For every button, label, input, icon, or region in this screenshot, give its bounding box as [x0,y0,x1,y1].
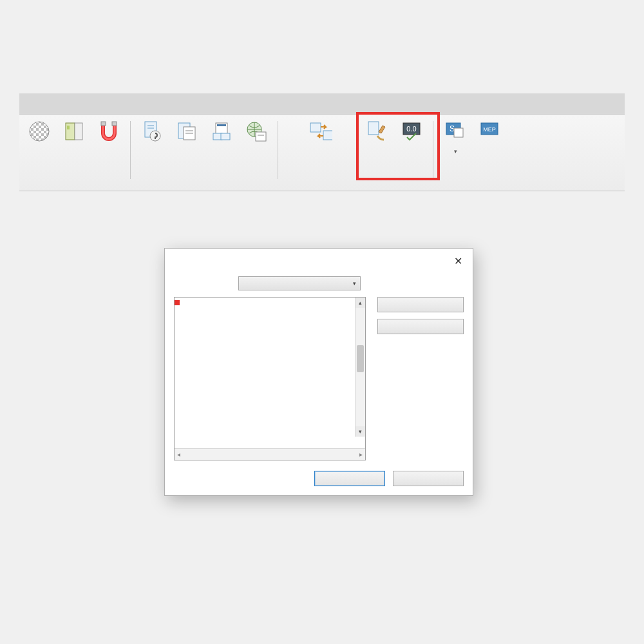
copy-from-row: ▾ [174,276,464,290]
scroll-left-icon[interactable]: ◂ [177,451,180,458]
global-params-icon [245,120,268,143]
project-parameters-button[interactable] [169,118,204,147]
structural-settings-label: ▾ [453,146,457,156]
global-parameters-button[interactable] [239,118,274,147]
svg-rect-23 [256,132,266,141]
structural-settings-icon: S [443,120,466,143]
horizontal-scrollbar[interactable]: ◂ ▸ [175,448,365,460]
svg-text:0.0: 0.0 [406,125,416,133]
svg-rect-27 [368,122,379,135]
purge-unused-button[interactable] [359,118,394,147]
close-button[interactable]: ✕ [451,255,465,267]
copy-from-combo[interactable]: ▾ [238,276,361,290]
cancel-button[interactable] [393,471,464,486]
ribbon-divider [433,121,433,179]
chevron-down-icon: ▾ [353,280,356,287]
project-params-icon [175,120,198,143]
svg-rect-9 [112,122,117,126]
materials-icon [28,120,51,143]
ribbon-panel: 0.0 S ▾ MEP [19,114,625,191]
project-info-icon [140,120,164,143]
svg-rect-25 [310,123,321,132]
items-listbox[interactable]: ▴ ▾ ◂ ▸ [174,297,366,460]
scroll-thumb[interactable] [357,345,364,372]
project-units-button[interactable]: 0.0 [394,118,429,147]
snaps-icon [97,120,120,143]
project-information-button[interactable] [135,118,169,147]
materials-button[interactable] [22,118,57,147]
dialog-titlebar: ✕ [165,249,473,274]
chevron-down-icon: ▾ [454,148,457,155]
ribbon-divider [130,121,131,179]
shared-params-icon [210,120,233,143]
svg-rect-6 [75,123,82,140]
vertical-scrollbar[interactable]: ▴ ▾ [355,298,365,437]
select-items-dialog: ✕ ▾ ▴ ▾ ◂ [164,248,473,496]
transfer-project-standards-button[interactable] [282,118,359,147]
object-styles-button[interactable] [57,118,91,147]
ribbon-divider [278,121,278,179]
shared-parameters-button[interactable] [204,118,239,147]
svg-rect-7 [67,126,70,129]
object-styles-icon [62,120,86,143]
svg-rect-5 [66,123,75,140]
ok-button[interactable] [314,471,385,486]
svg-rect-8 [101,122,106,126]
svg-point-4 [30,122,49,141]
transfer-icon [309,120,332,143]
check-none-button[interactable] [377,319,464,334]
svg-rect-26 [323,131,332,140]
scroll-down-button[interactable]: ▾ [355,426,365,437]
svg-text:MEP: MEP [483,126,496,133]
scroll-up-button[interactable]: ▴ [355,298,365,308]
svg-rect-32 [454,128,463,137]
ribbon: 0.0 S ▾ MEP [19,93,625,191]
svg-point-13 [150,131,160,141]
purge-icon [365,120,388,143]
structural-settings-button[interactable]: S ▾ [437,118,472,158]
project-units-icon: 0.0 [400,120,423,143]
ribbon-tabs [19,93,625,114]
svg-rect-21 [221,133,230,140]
mep-settings-icon: MEP [478,120,501,143]
scroll-right-icon[interactable]: ▸ [359,451,363,458]
mep-settings-button[interactable]: MEP [472,118,507,147]
highlight-filled-region-types [175,300,180,305]
svg-rect-19 [217,124,226,126]
check-all-button[interactable] [377,297,464,312]
snaps-button[interactable] [91,118,126,147]
